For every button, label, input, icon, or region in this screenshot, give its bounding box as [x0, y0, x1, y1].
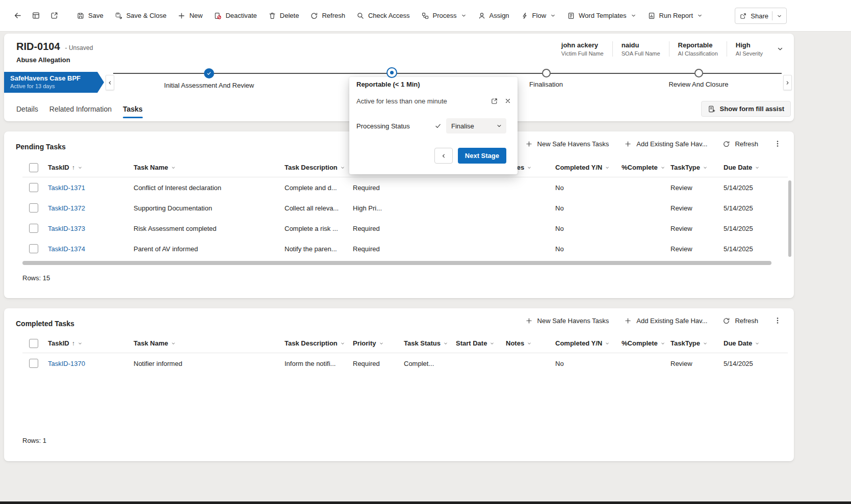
flyout-close-button[interactable]	[504, 97, 511, 104]
column-label: Due Date	[724, 339, 752, 347]
flyout-expand-button[interactable]	[491, 97, 498, 105]
column-header-task-type[interactable]: TaskType	[667, 164, 720, 171]
bpf-scroll-left-button[interactable]	[106, 75, 114, 90]
row-checkbox[interactable]	[29, 203, 38, 213]
column-header-task-description[interactable]: Task Description	[281, 339, 350, 347]
tab-details[interactable]: Details	[16, 97, 38, 121]
delete-button[interactable]: Delete	[263, 7, 304, 25]
bpf-stage-initial-assessment[interactable]: Initial Assessment And Review	[133, 68, 286, 89]
check-access-button[interactable]: Check Access	[351, 7, 415, 25]
more-commands-button[interactable]	[773, 140, 782, 148]
assign-button[interactable]: Assign	[473, 7, 514, 25]
row-checkbox[interactable]	[29, 244, 38, 253]
bpf-name: SafeHavens Case BPF	[10, 74, 104, 82]
show-form-fill-assist-button[interactable]: Show form fill assist	[701, 101, 791, 117]
chevron-down-icon	[340, 165, 345, 170]
bpf-stage-review-closure[interactable]: Review And Closure	[622, 68, 775, 88]
chevron-right-icon	[785, 80, 790, 86]
add-existing-safe-havens-button[interactable]: Add Existing Safe Hav...	[624, 317, 707, 325]
column-header-priority[interactable]: Priority	[350, 339, 401, 347]
more-commands-button[interactable]	[773, 316, 782, 325]
share-label: Share	[751, 12, 768, 20]
back-arrow-icon	[13, 11, 22, 20]
back-button[interactable]	[8, 7, 27, 25]
chevron-left-icon	[441, 153, 447, 159]
select-all-checkbox[interactable]	[29, 339, 38, 348]
table-row[interactable]: TaskID-1373 Risk Assessment completed Co…	[22, 218, 788, 238]
task-id-link[interactable]: TaskID-1370	[45, 360, 131, 367]
report-icon	[648, 12, 656, 20]
add-existing-safe-havens-button[interactable]: Add Existing Safe Hav...	[624, 140, 707, 148]
next-stage-button[interactable]: Next Stage	[458, 148, 506, 164]
column-label: TaskType	[671, 339, 700, 347]
column-header-due-date[interactable]: Due Date	[720, 164, 769, 171]
new-safe-havens-tasks-button[interactable]: New Safe Havens Tasks	[525, 317, 609, 325]
column-header-due-date[interactable]: Due Date	[720, 339, 769, 347]
task-id-link[interactable]: TaskID-1374	[45, 245, 131, 253]
deactivate-button[interactable]: Deactivate	[209, 7, 262, 25]
column-header-start-date[interactable]: Start Date	[453, 339, 503, 347]
select-all-checkbox[interactable]	[29, 163, 38, 172]
column-header-task-description[interactable]: Task Description	[281, 164, 350, 171]
column-header-taskid[interactable]: TaskID↑	[45, 339, 131, 347]
task-id-link[interactable]: TaskID-1372	[45, 204, 131, 212]
field-label: AI Classification	[678, 50, 718, 57]
table-row[interactable]: TaskID-1372 Supporting Documentation Col…	[22, 198, 788, 218]
column-header-task-name[interactable]: Task Name	[131, 164, 281, 171]
header-expand-button[interactable]	[773, 42, 787, 56]
run-report-button[interactable]: Run Report	[642, 7, 708, 25]
save-button[interactable]: Save	[71, 7, 109, 25]
column-header-task-status[interactable]: Task Status	[401, 339, 453, 347]
column-header-completed-yn[interactable]: Completed Y/N	[552, 339, 618, 347]
horizontal-scrollbar[interactable]	[22, 261, 771, 265]
command-label: Process	[433, 12, 457, 19]
toolbar-label: Add Existing Safe Hav...	[636, 140, 707, 148]
share-button[interactable]: Share	[735, 8, 787, 24]
priority-cell: Required	[350, 360, 401, 367]
field-label: Victim Full Name	[561, 50, 604, 57]
open-in-new-window-button[interactable]	[45, 7, 63, 25]
tab-related-information[interactable]: Related Information	[49, 97, 112, 121]
word-templates-button[interactable]: Word Templates	[562, 7, 641, 25]
sort-ascending-indicator: ↑	[72, 164, 75, 171]
flow-button[interactable]: Flow	[515, 7, 561, 25]
column-header-pct-complete[interactable]: %Complete	[618, 164, 667, 171]
task-id-link[interactable]: TaskID-1373	[45, 225, 131, 232]
column-header-taskid[interactable]: TaskID↑	[45, 164, 131, 171]
column-header-pct-complete[interactable]: %Complete	[618, 339, 667, 347]
refresh-grid-button[interactable]: Refresh	[723, 317, 758, 325]
column-header-completed-yn[interactable]: Completed Y/N	[552, 164, 618, 171]
row-checkbox[interactable]	[29, 359, 38, 368]
process-button[interactable]: Process	[416, 7, 472, 25]
table-row[interactable]: TaskID-1370 Notifier informed Inform the…	[22, 353, 788, 374]
form-selector-button[interactable]	[27, 7, 45, 25]
bpf-name-chevron[interactable]: SafeHavens Case BPF Active for 13 days	[4, 72, 104, 93]
row-checkbox[interactable]	[29, 224, 38, 233]
processing-status-dropdown[interactable]: Finalise	[446, 118, 506, 134]
chevron-down-icon	[660, 165, 665, 170]
column-header-notes[interactable]: Notes	[503, 339, 552, 347]
pending-tasks-toolbar: New Safe Havens Tasks Add Existing Safe …	[525, 140, 782, 148]
refresh-button[interactable]: Refresh	[305, 7, 350, 25]
table-row[interactable]: TaskID-1374 Parent of AV informed Notify…	[22, 238, 788, 259]
column-header-task-type[interactable]: TaskType	[667, 339, 720, 347]
new-button[interactable]: New	[172, 7, 208, 25]
app-window: Save Save & Close New Deactivate Delete …	[0, 0, 851, 504]
table-row[interactable]: TaskID-1371 Conflict of Interest declara…	[22, 177, 788, 198]
toolbar-label: Add Existing Safe Hav...	[636, 317, 707, 325]
processing-status-label: Processing Status	[356, 122, 434, 130]
new-safe-havens-tasks-button[interactable]: New Safe Havens Tasks	[525, 140, 609, 148]
chevron-down-icon	[527, 165, 532, 170]
vertical-scrollbar[interactable]	[788, 180, 791, 257]
task-id-link[interactable]: TaskID-1371	[45, 184, 131, 192]
previous-stage-button[interactable]	[434, 148, 453, 164]
row-checkbox[interactable]	[29, 183, 38, 192]
refresh-grid-button[interactable]: Refresh	[723, 140, 758, 148]
chevron-down-icon	[171, 341, 176, 346]
column-header-task-name[interactable]: Task Name	[131, 339, 281, 347]
bpf-stage-finalisation[interactable]: Finalisation	[470, 68, 623, 88]
tab-tasks[interactable]: Tasks	[123, 97, 143, 121]
save-and-close-button[interactable]: Save & Close	[110, 7, 172, 25]
bpf-scroll-right-button[interactable]	[783, 75, 792, 90]
bpf-stage-reportable[interactable]	[315, 68, 468, 78]
